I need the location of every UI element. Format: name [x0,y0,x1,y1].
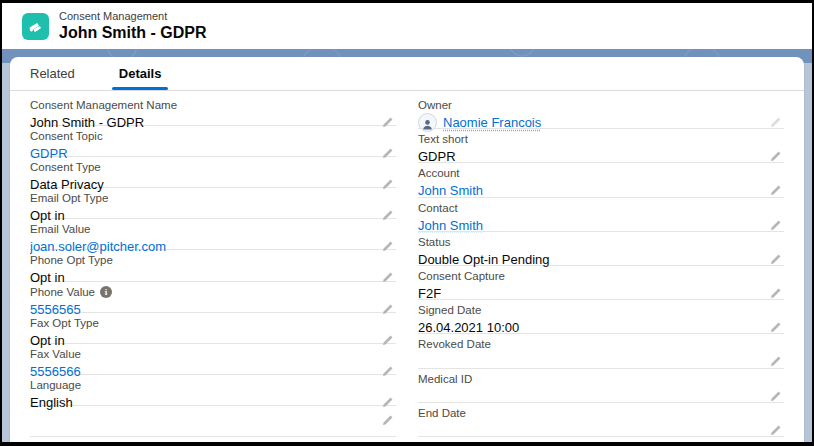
field-label: Medical ID [418,373,784,386]
field-label: Owner [418,99,784,112]
field-row-medical-id: Medical ID [418,369,784,403]
object-label: Consent Management [59,10,207,23]
tab-bar: Related Details [10,57,804,91]
field-value: 26.04.2021 10:00 [418,320,519,335]
field-label: Signed Date [418,304,784,317]
pencil-icon[interactable] [381,414,394,427]
field-row-phone-value: Phone Value 5556565 [30,282,396,313]
field-label: Email Value [30,223,396,236]
field-label: Contact [418,202,784,215]
pencil-icon[interactable] [769,253,782,266]
field-label: Fax Value [30,348,396,361]
field-row-consent-type: Consent Type Data Privacy [30,157,396,188]
tab-details[interactable]: Details [119,57,162,90]
contact-link[interactable]: John Smith [418,218,483,233]
field-label: Email Opt Type [30,192,396,205]
field-row-phone-opt-type: Phone Opt Type Opt in [30,250,396,281]
field-row-contact: Contact John Smith [418,198,784,232]
field-row-account: Account John Smith [418,163,784,197]
tab-related[interactable]: Related [30,57,75,90]
field-label: Consent Capture [418,270,784,283]
pencil-icon[interactable] [769,390,782,403]
account-link[interactable]: John Smith [418,183,483,198]
consent-management-record-page: Consent Management John Smith - GDPR Rel… [2,3,812,442]
field-row-status: Status Double Opt-in Pending [418,232,784,266]
page-title: John Smith - GDPR [59,24,207,42]
pencil-icon[interactable] [769,219,782,232]
field-row-end-date: End Date [418,403,784,437]
field-label: Consent Topic [30,130,396,143]
pencil-icon[interactable] [769,355,782,368]
field-label: Phone Value [30,286,95,299]
field-label: Fax Opt Type [30,317,396,330]
field-label: Revoked Date [418,338,784,351]
header-text: Consent Management John Smith - GDPR [59,10,207,42]
field-row-text-short: Text short GDPR [418,129,784,163]
field-grid: Consent Management Name John Smith - GDP… [10,91,804,437]
field-row-owner: Owner Naomie Francois [418,95,784,129]
field-column-right: Owner Naomie Francois Tex [418,95,784,437]
field-row-consent-topic: Consent Topic GDPR [30,126,396,157]
handshake-icon [22,13,49,40]
field-label: Consent Management Name [30,99,396,112]
field-row-consent-management-name: Consent Management Name John Smith - GDP… [30,95,396,126]
field-row-language: Language English [30,375,396,406]
field-label: Text short [418,133,784,146]
field-row-revoked-date: Revoked Date [418,334,784,368]
record-detail-card: Related Details Consent Management Name … [10,57,804,442]
field-column-left: Consent Management Name John Smith - GDP… [30,95,396,437]
info-icon[interactable] [100,286,112,298]
field-row-email-value: Email Value joan.soler@pitcher.com [30,219,396,250]
field-row-consent-capture: Consent Capture F2F [418,266,784,300]
change-owner-icon[interactable] [769,116,782,129]
field-value: GDPR [418,149,456,164]
field-label: Account [418,167,784,180]
field-label: Language [30,379,396,392]
pencil-icon[interactable] [769,424,782,437]
field-label: End Date [418,407,784,420]
pencil-icon[interactable] [769,184,782,197]
field-label: Status [418,236,784,249]
field-value: F2F [418,286,441,301]
record-header: Consent Management John Smith - GDPR [2,3,812,49]
field-label: Phone Opt Type [30,254,396,267]
field-row-fax-value: Fax Value 5556566 [30,344,396,375]
field-row-blank [30,406,396,437]
pencil-icon[interactable] [769,321,782,334]
field-row-fax-opt-type: Fax Opt Type Opt in [30,313,396,344]
field-label: Consent Type [30,161,396,174]
field-row-email-opt-type: Email Opt Type Opt in [30,188,396,219]
field-value: Double Opt-in Pending [418,252,550,267]
field-row-signed-date: Signed Date 26.04.2021 10:00 [418,300,784,334]
pencil-icon[interactable] [769,150,782,163]
pencil-icon[interactable] [769,287,782,300]
main-area: Related Details Consent Management Name … [2,49,812,442]
